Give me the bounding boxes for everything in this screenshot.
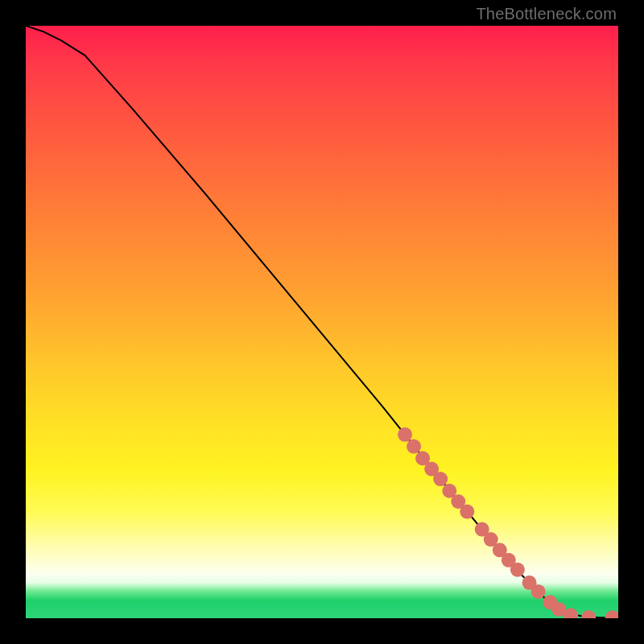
chart-svg (26, 26, 618, 618)
highlighted-point (605, 610, 618, 618)
attribution-text: TheBottleneck.com (476, 5, 617, 23)
highlighted-point (407, 440, 421, 454)
plot-area (26, 26, 618, 618)
highlighted-point (460, 505, 474, 519)
curve-line (26, 26, 618, 617)
highlighted-point (433, 472, 448, 486)
highlighted-point (581, 610, 596, 618)
highlighted-point (510, 563, 525, 577)
highlighted-point (531, 584, 546, 599)
chart-stage: TheBottleneck.com (0, 0, 644, 644)
highlighted-point (398, 427, 412, 442)
